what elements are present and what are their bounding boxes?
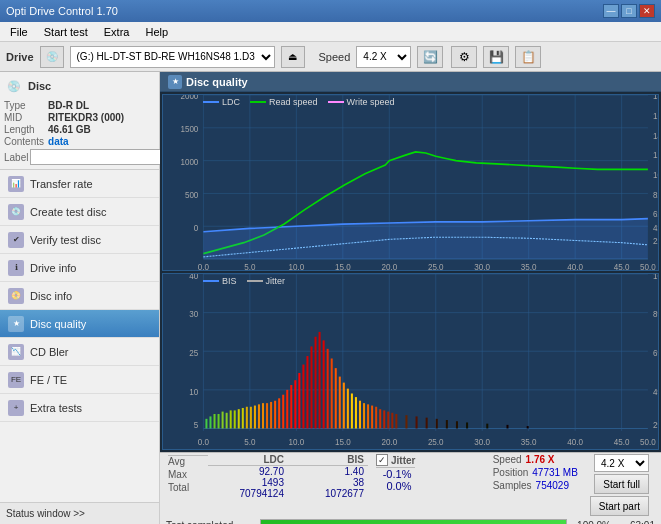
save-button[interactable]: 📋: [515, 46, 541, 68]
position-row: Position 47731 MB: [493, 467, 578, 478]
ldc-avg: 92.70: [208, 466, 288, 477]
svg-text:6x: 6x: [653, 209, 658, 219]
svg-rect-131: [436, 419, 438, 429]
svg-rect-118: [359, 401, 361, 429]
svg-rect-101: [290, 385, 292, 428]
svg-text:0.0: 0.0: [198, 262, 210, 270]
svg-rect-128: [405, 415, 407, 428]
drive-select[interactable]: (G:) HL-DT-ST BD-RE WH16NS48 1.D3: [70, 46, 275, 68]
refresh-button[interactable]: 🔄: [417, 46, 443, 68]
extra-tests-icon: +: [8, 400, 24, 416]
svg-text:10: 10: [189, 386, 198, 397]
svg-text:35.0: 35.0: [521, 437, 537, 448]
svg-text:8%: 8%: [653, 309, 658, 320]
bottom-chart-svg: 40 30 25 10 5 10% 8% 6% 4% 2% 0.0 5.0 10…: [163, 274, 658, 449]
svg-text:16x: 16x: [653, 111, 658, 121]
sidebar-item-fe-te[interactable]: FE FE / TE: [0, 366, 159, 394]
svg-text:25: 25: [189, 347, 198, 358]
legend-read-speed: Read speed: [250, 97, 318, 107]
svg-rect-91: [250, 407, 252, 429]
svg-text:0.0: 0.0: [198, 437, 209, 448]
disc-quality-icon: ★: [8, 316, 24, 332]
jitter-checkbox[interactable]: ✓: [376, 454, 388, 466]
svg-text:2x: 2x: [653, 235, 658, 245]
status-text: Test completed: [166, 520, 256, 525]
legend-bis: BIS: [203, 276, 237, 286]
menu-start-test[interactable]: Start test: [38, 24, 94, 40]
label-input[interactable]: [30, 149, 163, 165]
svg-text:6%: 6%: [653, 347, 658, 358]
disc-info-rows: Type BD-R DL MID RITEKDR3 (000) Length 4…: [4, 100, 155, 147]
menu-help[interactable]: Help: [139, 24, 174, 40]
svg-text:10x: 10x: [653, 170, 658, 180]
ldc-total: 70794124: [208, 488, 288, 499]
maximize-button[interactable]: □: [621, 4, 637, 18]
type-key: Type: [4, 100, 44, 111]
sidebar: 💿 Disc Type BD-R DL MID RITEKDR3 (000) L…: [0, 72, 160, 524]
bottom-chart: BIS Jitter: [162, 273, 659, 450]
type-value: BD-R DL: [48, 100, 155, 111]
charts-area: LDC Read speed Write speed: [160, 92, 661, 452]
svg-rect-86: [230, 410, 232, 428]
window-controls: — □ ✕: [603, 4, 655, 18]
svg-rect-81: [209, 416, 211, 428]
sidebar-item-disc-info[interactable]: 📀 Disc info: [0, 282, 159, 310]
sidebar-item-verify-test-disc[interactable]: ✔ Verify test disc: [0, 226, 159, 254]
jitter-max: 0.0%: [376, 480, 415, 492]
legend-jitter: Jitter: [247, 276, 286, 286]
svg-rect-85: [226, 413, 228, 429]
bis-total: 1072677: [288, 488, 368, 499]
transfer-rate-icon: 📊: [8, 176, 24, 192]
chart-header: ★ Disc quality: [160, 72, 661, 92]
disc-button[interactable]: 💾: [483, 46, 509, 68]
svg-rect-102: [294, 380, 296, 428]
svg-text:50.0: 50.0: [640, 262, 656, 270]
svg-rect-137: [527, 426, 529, 428]
svg-rect-129: [416, 416, 418, 428]
svg-rect-95: [266, 403, 268, 428]
svg-text:18x: 18x: [653, 95, 658, 101]
speed-select[interactable]: 4.2 X: [356, 46, 411, 68]
speed-label: Speed: [493, 454, 522, 465]
eject-button[interactable]: ⏏: [281, 46, 305, 68]
sidebar-item-transfer-rate[interactable]: 📊 Transfer rate: [0, 170, 159, 198]
ldc-max: 1493: [208, 477, 288, 488]
sidebar-item-cd-bler[interactable]: 📉 CD Bler: [0, 338, 159, 366]
svg-rect-96: [270, 402, 272, 429]
svg-text:30.0: 30.0: [474, 262, 490, 270]
minimize-button[interactable]: —: [603, 4, 619, 18]
svg-rect-109: [323, 340, 325, 428]
chart-title: Disc quality: [186, 76, 248, 88]
svg-text:20.0: 20.0: [381, 437, 397, 448]
svg-text:25.0: 25.0: [428, 262, 444, 270]
menu-extra[interactable]: Extra: [98, 24, 136, 40]
svg-text:40.0: 40.0: [567, 437, 583, 448]
ldc-header: LDC: [208, 454, 288, 466]
sidebar-item-create-test-disc[interactable]: 💿 Create test disc: [0, 198, 159, 226]
svg-rect-133: [456, 421, 458, 428]
close-button[interactable]: ✕: [639, 4, 655, 18]
start-full-button[interactable]: Start full: [594, 474, 649, 494]
sidebar-item-drive-info[interactable]: ℹ Drive info: [0, 254, 159, 282]
settings-button[interactable]: ⚙: [451, 46, 477, 68]
svg-text:5.0: 5.0: [244, 437, 255, 448]
sidebar-item-extra-tests[interactable]: + Extra tests: [0, 394, 159, 422]
svg-text:40: 40: [189, 274, 198, 281]
svg-text:14x: 14x: [653, 130, 658, 140]
sidebar-item-disc-quality[interactable]: ★ Disc quality: [0, 310, 159, 338]
bis-avg: 1.40: [288, 466, 368, 477]
start-part-button[interactable]: Start part: [590, 496, 649, 516]
menu-file[interactable]: File: [4, 24, 34, 40]
svg-rect-106: [310, 346, 312, 428]
samples-value: 754029: [536, 480, 569, 491]
progress-bar-fill: [261, 520, 566, 524]
status-window-button[interactable]: Status window >>: [0, 502, 159, 524]
jitter-header: Jitter: [391, 455, 415, 466]
svg-rect-120: [367, 404, 369, 428]
verify-test-disc-icon: ✔: [8, 232, 24, 248]
speed-select-stats[interactable]: 4.2 X: [594, 454, 649, 472]
drive-icon-button[interactable]: 💿: [40, 46, 64, 68]
svg-rect-104: [302, 365, 304, 429]
svg-text:12x: 12x: [653, 150, 658, 160]
svg-text:45.0: 45.0: [614, 437, 630, 448]
